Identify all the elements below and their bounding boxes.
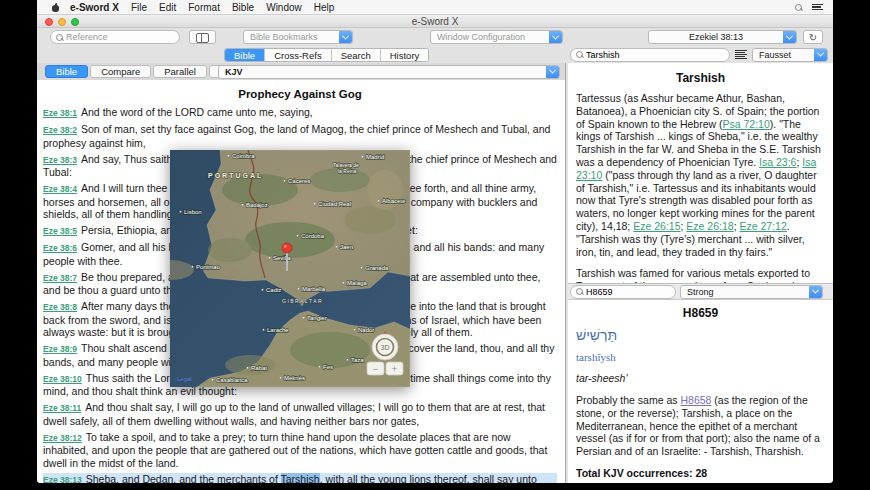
chevron-down-icon — [783, 31, 796, 43]
map-label: Cáceres — [288, 178, 310, 184]
menu-item[interactable]: Help — [314, 2, 335, 13]
main-toolbar: Bible Bookmarks Window Configuration Eze… — [37, 28, 833, 46]
dictionary-title: Tarshish — [576, 71, 825, 85]
satellite-map: CoimbraMadridPORTUGALTalavera dela Reina… — [170, 150, 410, 387]
tab-parallel[interactable]: Parallel — [153, 65, 207, 78]
map-label: Madrid — [366, 154, 384, 160]
refresh-icon: ↻ — [809, 32, 817, 43]
verse-ref-link[interactable]: Eze 38:7 — [43, 273, 77, 283]
verse-ref-link[interactable]: Eze 38:11 — [43, 403, 81, 413]
verse-ref-link[interactable]: Eze 38:6 — [43, 243, 77, 253]
tab-compare[interactable]: Compare — [90, 65, 151, 78]
svg-text:+: + — [392, 364, 397, 374]
transliteration: tarshîysh — [576, 351, 825, 363]
dictionary-pane[interactable]: Tarshish Tartessus (as Asshur became Ath… — [568, 63, 833, 283]
map-label: Meknès — [284, 375, 305, 381]
map-label: Jaen — [340, 244, 353, 250]
map-label: Malaga — [347, 280, 367, 286]
dictionary-source-dropdown[interactable]: Fausset — [752, 48, 828, 62]
dictionary-paragraph: Tarshish was famed for various metals ex… — [576, 267, 825, 283]
verse-ref-link[interactable]: Eze 38:1 — [43, 108, 77, 118]
map-label: Ciudad Real — [318, 201, 351, 207]
search-icon — [576, 288, 583, 295]
verse: Eze 38:13Sheba, and Dedan, and the merch… — [43, 473, 557, 484]
verse-ref-link[interactable]: Eze 38:9 — [43, 344, 77, 354]
map-label: Larache — [267, 327, 289, 333]
scripture-link[interactable]: Eze 26:15 — [633, 220, 680, 232]
dictionary-search-input[interactable] — [586, 50, 724, 60]
scripture-link[interactable]: Psa 72:10 — [723, 118, 770, 130]
strongs-source-dropdown[interactable]: Strong — [680, 285, 823, 299]
scripture-link[interactable]: Isa 23:6 — [759, 156, 796, 168]
verse-ref-link[interactable]: Eze 38:2 — [43, 125, 77, 135]
bible-version-value: KJV — [219, 67, 546, 77]
verse-ref-link[interactable]: Eze 38:10 — [43, 374, 82, 384]
strongs-search-input[interactable] — [586, 287, 670, 297]
scripture-link[interactable]: Eze 26:18 — [686, 220, 733, 232]
chevron-down-icon — [814, 49, 827, 61]
menu-item[interactable]: Bible — [232, 2, 254, 13]
verse-ref-link[interactable]: Eze 38:3 — [43, 155, 77, 165]
verse-ref-link[interactable]: Eze 38:8 — [43, 302, 77, 312]
tab-bible[interactable]: Bible — [225, 49, 265, 61]
tab-bible-view[interactable]: Bible — [45, 65, 88, 78]
scripture-link[interactable]: H8658 — [680, 394, 711, 406]
bible-books-button[interactable] — [189, 30, 216, 44]
open-book-icon — [196, 33, 209, 42]
chevron-down-icon — [809, 286, 822, 298]
scripture-link[interactable]: Eze 27:12 — [739, 220, 786, 232]
chevron-down-icon — [549, 31, 562, 43]
selected-word: Tarshish — [281, 473, 320, 484]
reference-search[interactable] — [50, 30, 180, 44]
menu-item[interactable]: Format — [188, 2, 220, 13]
topic-list-icon[interactable] — [735, 49, 747, 60]
map-label: GIBRALTAR — [282, 298, 323, 304]
menu-bar: e-Sword X FileEditFormatBibleWindowHelp — [37, 0, 833, 15]
menu-item[interactable]: Window — [266, 2, 302, 13]
menu-app-name[interactable]: e-Sword X — [70, 2, 119, 13]
map-label: Fes — [323, 364, 333, 370]
svg-text:3D: 3D — [381, 344, 390, 351]
map-label: PORTUGAL — [208, 172, 263, 179]
verse-ref-link[interactable]: Eze 38:5 — [43, 226, 77, 236]
map-label: Córdoba — [301, 233, 325, 239]
dictionary-paragraphs: Tartessus (as Asshur became Athur, Basha… — [576, 92, 825, 283]
pronunciation: tar-sheesh' — [576, 372, 825, 384]
passage-heading: Prophecy Against Gog — [43, 88, 557, 100]
tarshish-map-overlay[interactable]: CoimbraMadridPORTUGALTalavera dela Reina… — [170, 150, 410, 387]
view-segmented-control: Bible Cross-Refs Search History — [224, 48, 429, 62]
chevron-down-icon — [546, 66, 559, 78]
reference-input[interactable] — [66, 32, 174, 42]
strongs-search[interactable] — [570, 285, 676, 299]
window-config-dropdown[interactable]: Window Configuration — [430, 30, 563, 44]
map-label: Sevilla — [273, 255, 291, 261]
verse-reference-dropdown[interactable]: Ezekiel 38:13 — [648, 30, 797, 44]
app-window: e-Sword X FileEditFormatBibleWindowHelp … — [37, 0, 833, 483]
apple-menu-icon[interactable] — [51, 3, 60, 12]
search-icon[interactable] — [795, 4, 802, 11]
verse: Eze 38:2Son of man, set thy face against… — [43, 123, 557, 149]
tab-search[interactable]: Search — [332, 49, 381, 61]
list-icon[interactable] — [812, 3, 823, 12]
verse-ref-link[interactable]: Eze 38:13 — [43, 475, 82, 484]
chevron-down-icon — [339, 31, 352, 43]
menu-item[interactable]: File — [131, 2, 147, 13]
verse-ref-link[interactable]: Eze 38:12 — [43, 433, 82, 443]
bible-version-dropdown[interactable]: KJV — [218, 65, 560, 79]
tab-cross-refs[interactable]: Cross-Refs — [265, 49, 332, 61]
dictionary-search[interactable] — [570, 48, 730, 62]
title-bar[interactable]: e-Sword X — [37, 15, 833, 28]
sync-button[interactable]: ↻ — [803, 30, 823, 44]
map-label: la Reina — [338, 168, 357, 174]
bookmarks-label: Bible Bookmarks — [244, 32, 339, 42]
tab-history[interactable]: History — [381, 49, 429, 61]
verse-ref-link[interactable]: Eze 38:4 — [43, 184, 77, 194]
map-label: Tangier — [307, 315, 327, 321]
bookmarks-dropdown[interactable]: Bible Bookmarks — [243, 30, 353, 44]
strongs-title: H8659 — [576, 306, 825, 320]
map-label: Cadiz — [266, 287, 281, 293]
map-label: Taza — [351, 357, 364, 363]
menu-item[interactable]: Edit — [159, 2, 176, 13]
map-legal-link[interactable]: Legal — [177, 376, 192, 382]
strongs-pane[interactable]: H8659 תַּרְשִׁישׁ tarshîysh tar-sheesh' … — [568, 300, 833, 483]
